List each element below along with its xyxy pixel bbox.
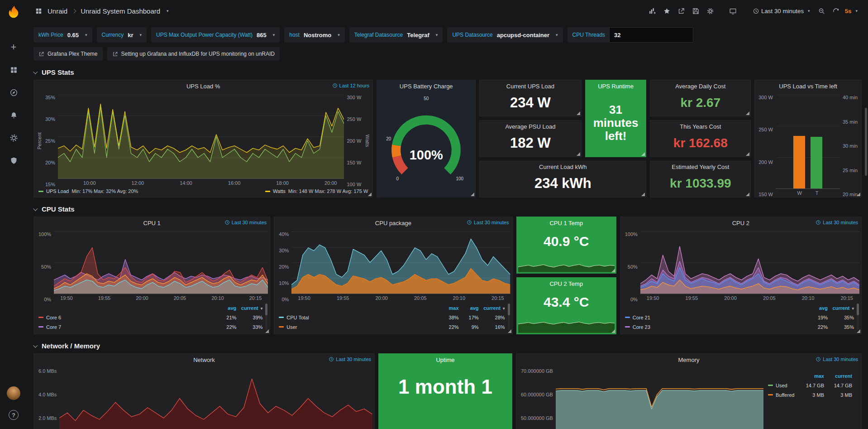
panel-title[interactable]: CPU 2 Temp [549, 280, 582, 287]
load-vs-time-chart[interactable] [776, 95, 840, 189]
cpu1-chart[interactable] [54, 231, 268, 294]
panel-title[interactable]: UPS Battery Charge [400, 83, 453, 90]
legend-series-toggle[interactable]: User [279, 324, 437, 330]
legend-sort-max[interactable]: max [437, 305, 459, 311]
zoom-out-icon[interactable] [815, 4, 829, 18]
legend-series-toggle[interactable]: Buffered [768, 392, 796, 398]
admin-shield-icon[interactable] [6, 153, 21, 168]
share-icon[interactable] [674, 4, 688, 18]
configuration-gear-icon[interactable] [6, 130, 21, 145]
panel-title[interactable]: Current Load kWh [539, 164, 587, 170]
legend-sort-current[interactable]: current▾ [236, 305, 262, 311]
panel-timerange[interactable]: Last 30 minutes [816, 220, 858, 225]
panel-title[interactable]: CPU 2 [732, 220, 749, 227]
add-panel-icon[interactable] [645, 4, 659, 18]
resize-handle[interactable] [611, 269, 615, 272]
panel-title[interactable]: Memory [678, 357, 700, 363]
variable-ups-max-output[interactable]: UPS Max Output Power Capacity (Watt) 865… [151, 27, 280, 43]
resize-handle[interactable] [508, 329, 511, 333]
legend-series-toggle[interactable]: UPS Load Min: 17% Max: 32% Avg: 20% [38, 188, 138, 194]
panel-title[interactable]: UPS Load vs Time left [779, 83, 837, 90]
section-header-ups[interactable]: UPS Stats [33, 66, 862, 78]
resize-handle[interactable] [611, 329, 615, 333]
legend-series-toggle[interactable]: Used [768, 383, 796, 388]
legend-series-toggle[interactable]: Core 21 [625, 315, 805, 320]
resize-handle[interactable] [746, 152, 749, 156]
legend-sort-avg[interactable]: avg [805, 305, 828, 311]
user-avatar[interactable] [7, 386, 20, 400]
resize-handle[interactable] [577, 152, 580, 156]
dashboard-title-caret-icon[interactable]: ▾ [167, 9, 169, 13]
refresh-interval-picker[interactable]: 5s ▾ [844, 4, 862, 18]
panel-timerange[interactable]: Last 30 minutes [224, 220, 267, 225]
panel-title[interactable]: UPS Runtime [598, 83, 634, 90]
ups-load-chart[interactable] [58, 95, 344, 179]
section-header-network-memory[interactable]: Network / Memory [33, 340, 862, 352]
panel-title[interactable]: UPS Load % [186, 83, 220, 90]
legend-series-toggle[interactable]: Watts Min: 148 W Max: 278 W Avg: 175 W [265, 188, 368, 194]
page-scrollbar[interactable] [865, 108, 867, 176]
resize-handle[interactable] [857, 193, 860, 196]
panel-title[interactable]: Network [193, 357, 215, 363]
cpu2-chart[interactable] [640, 231, 859, 294]
variable-kwh-price[interactable]: kWh Price 0.65 ▾ [33, 27, 92, 43]
resize-handle[interactable] [641, 193, 645, 196]
link-ups-monitoring-guide[interactable]: Setting up Grafana and InfluxDB for UPS … [107, 47, 280, 61]
legend-sort-current[interactable]: current▾ [479, 305, 505, 311]
panel-title[interactable]: Estimated Yearly Cost [672, 164, 729, 170]
dashboard-title[interactable]: Unraid System Dashboard [81, 7, 160, 15]
cpu-package-chart[interactable] [291, 231, 510, 294]
memory-chart[interactable] [556, 368, 763, 429]
panel-timerange[interactable]: Last 30 minutes [467, 220, 509, 225]
legend-scrollbar[interactable] [857, 304, 859, 330]
grafana-logo-icon[interactable] [6, 5, 21, 20]
network-chart[interactable] [59, 368, 372, 429]
breadcrumb-folder[interactable]: Unraid [48, 7, 67, 15]
panel-title[interactable]: CPU 1 [143, 220, 161, 227]
link-grafana-plex-theme[interactable]: Grafana Plex Theme [33, 47, 103, 61]
legend-sort-avg[interactable]: avg [214, 305, 236, 311]
section-header-cpu[interactable]: CPU Stats [33, 203, 862, 215]
legend-series-toggle[interactable]: Core 6 [38, 315, 214, 320]
panel-timerange[interactable]: Last 12 hours [332, 83, 370, 88]
alerting-bell-icon[interactable] [6, 107, 21, 123]
resize-handle[interactable] [577, 111, 580, 115]
dashboards-icon[interactable] [6, 62, 21, 77]
help-icon[interactable]: ? [6, 407, 21, 423]
panel-title[interactable]: This Years Cost [680, 123, 721, 130]
legend-sort-max[interactable]: max [796, 373, 824, 379]
resize-handle[interactable] [746, 193, 749, 196]
save-icon[interactable] [689, 4, 702, 18]
legend-scrollbar[interactable] [265, 304, 267, 330]
cycle-view-monitor-icon[interactable] [726, 4, 739, 18]
variable-host[interactable]: host Nostromo ▾ [284, 27, 345, 43]
variable-ups-datasource[interactable]: UPS Datasource apcupsd-container ▾ [447, 27, 563, 43]
cpu-threads-input[interactable]: 32 [609, 27, 693, 43]
resize-handle[interactable] [857, 329, 860, 333]
panel-title[interactable]: Average PSU Load [505, 123, 555, 130]
panel-title[interactable]: CPU 1 Temp [549, 220, 582, 227]
variable-telegraf-datasource[interactable]: Telegraf Datasource Telegraf ▾ [349, 27, 443, 43]
resize-handle[interactable] [265, 329, 269, 333]
legend-series-toggle[interactable]: Core 23 [625, 324, 805, 330]
create-plus-icon[interactable]: + [6, 39, 21, 55]
explore-compass-icon[interactable] [6, 85, 21, 100]
resize-handle[interactable] [471, 193, 474, 196]
variable-currency[interactable]: Currency kr ▾ [97, 27, 147, 43]
dashboard-scroll-area[interactable]: kWh Price 0.65 ▾ Currency kr ▾ UPS Max O… [27, 22, 868, 429]
panel-timerange[interactable]: Last 30 minutes [816, 357, 858, 362]
time-range-picker[interactable]: Last 30 minutes ▾ [749, 4, 814, 18]
panel-title[interactable]: Uptime [436, 357, 454, 363]
legend-series-toggle[interactable]: CPU Total [279, 315, 437, 320]
legend-sort-current[interactable]: current [824, 373, 852, 379]
legend-series-toggle[interactable]: Core 7 [38, 324, 214, 330]
legend-sort-current[interactable]: current▾ [828, 305, 854, 311]
panel-title[interactable]: Average Daily Cost [675, 83, 725, 90]
star-icon[interactable] [660, 4, 673, 18]
apps-grid-icon[interactable] [33, 4, 43, 18]
panel-title[interactable]: Current UPS Load [506, 83, 554, 90]
legend-scrollbar[interactable] [508, 304, 510, 330]
resize-handle[interactable] [746, 111, 749, 115]
refresh-icon[interactable] [830, 4, 843, 18]
panel-title[interactable]: CPU package [375, 220, 411, 227]
